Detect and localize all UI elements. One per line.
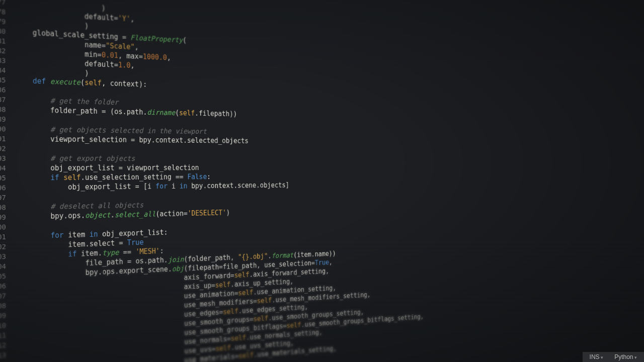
token-ident: name [85,41,102,50]
token-ident: select [90,239,115,248]
token-op: , [367,291,371,299]
token-op: , [130,15,134,24]
token-fn: dirname [147,108,175,117]
line-number: 187 [0,94,6,105]
token-op: = [250,315,254,323]
token-op: . [238,307,243,315]
token-ident: min [85,50,97,59]
token-ident: os [135,257,143,265]
token-str: 'Y' [118,14,131,23]
line-number: 185 [0,74,6,85]
token-param: self [254,314,269,323]
token-op: . [268,314,272,322]
token-op: . [256,182,260,190]
token-op: , [102,79,110,87]
token-op: . [253,288,257,296]
line-number: 214 [0,360,6,362]
line-number: 189 [0,114,6,124]
token-op: ): [139,80,147,88]
token-ident: max [126,52,138,61]
token-ident: objects [260,181,286,189]
token-op: = [235,352,239,360]
token-kw: if [68,249,81,258]
token-op: . [249,270,253,279]
token-op: ) [85,69,89,77]
line-number: 192 [0,143,6,153]
token-op: . [123,108,127,116]
token-ident: obj_export_list [102,228,164,238]
line-number: 183 [0,55,6,66]
code-area[interactable]: ) default='Y', ) global_scale_setting = … [15,0,424,347]
token-op: ( [183,36,187,45]
line-number: 184 [0,64,6,75]
token-op: , [167,54,171,62]
token-op: = [102,41,106,50]
token-cmt: # get export objects [50,154,135,162]
token-num: 1000.0 [143,52,167,61]
token-num: 1.0 [118,61,131,70]
line-number-gutter: 1771781791801811821831841851861871881891… [0,0,15,350]
token-ident: context [155,136,184,144]
token-cmt: # get the folder [50,97,118,107]
token-op: . [233,182,237,190]
token-op: , [329,258,333,266]
line-number: 182 [0,45,6,56]
token-op: ( [155,210,159,218]
token-kw: for [50,231,68,240]
token-op: == [172,173,188,182]
token-ident: context [110,79,139,88]
token-op: = [227,335,231,343]
token-ident: viewport_selection [127,164,199,172]
token-attr: object [85,211,110,220]
token-ident: bpy [85,268,98,277]
token-fn: join [168,255,184,264]
token-op: . [164,256,168,264]
token-ident: ops [102,267,115,276]
line-number: 203 [0,251,6,262]
token-cmt: # get objects selected in the viewport [50,125,207,136]
token-ident: context [207,182,233,190]
line-number: 181 [0,35,6,46]
token-const: True [127,238,144,247]
token-op: . [98,268,102,277]
line-number: 193 [0,153,6,163]
line-number: 199 [0,212,6,223]
token-const: False [187,173,207,181]
token-op: , [421,313,424,320]
token-ident: file_path [85,257,123,267]
token-op: . [81,211,86,220]
token-op: . [272,296,275,304]
token-ident: item [68,240,85,249]
line-number: 178 [0,6,6,17]
token-op: )) [329,249,336,257]
line-number: 191 [0,134,6,144]
token-op: = [123,257,136,266]
token-op: : [164,228,168,237]
token-op: ] [286,181,289,189]
token-op: = [ [131,182,147,191]
token-op: . [168,265,172,274]
line-number: 194 [0,163,6,173]
token-op: = [127,136,139,144]
token-op: . [151,136,155,144]
token-op: . [143,108,147,117]
status-language[interactable]: Python [614,353,637,360]
line-number: 196 [0,183,6,193]
token-num: 0.01 [102,51,118,60]
line-number: 198 [0,203,6,213]
token-ident: os [114,108,123,116]
token-param: self [215,281,231,290]
token-param: self [234,270,250,279]
token-op: ) [101,4,105,13]
token-op: = [219,263,223,272]
token-op: . [144,256,148,265]
token-op: . [85,240,90,248]
token-op: , [319,328,323,336]
status-insert-mode[interactable]: INS [590,353,604,360]
token-str: 'MESH' [135,247,160,256]
token-op: . [230,281,234,289]
token-op: . [115,267,119,276]
line-number: 200 [0,222,6,233]
code-editor[interactable]: 1771781791801811821831841851861871881891… [0,0,644,362]
status-bar: INS Python [583,351,644,362]
